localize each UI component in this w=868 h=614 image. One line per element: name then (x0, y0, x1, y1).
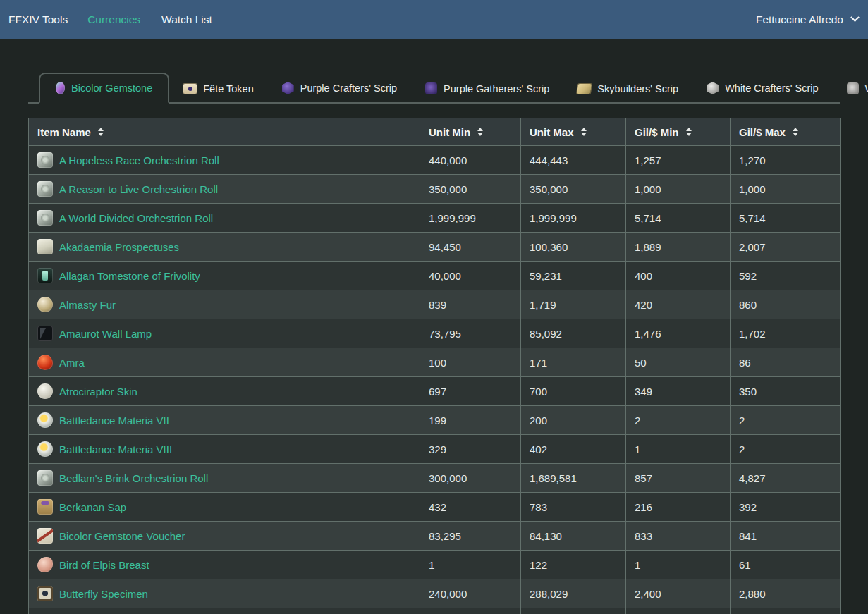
item-link-berkanan-sap[interactable]: Berkanan Sap (59, 501, 126, 513)
column-header-unit-min[interactable]: Unit Min (420, 118, 521, 146)
gil-min-cell: 2 (626, 406, 731, 435)
main-content: Bicolor GemstoneFête TokenPurple Crafter… (0, 73, 868, 614)
gil-max-cell: 4,827 (731, 464, 841, 493)
gil-max-cell: 61 (731, 551, 841, 579)
gil-min-cell: 1 (626, 551, 731, 579)
tab-purple-gatherers-scrip[interactable]: Purple Gatherers' Scrip (411, 75, 563, 102)
tab-f-te-token[interactable]: Fête Token (169, 75, 267, 102)
item-link-bird-of-elpis-breast[interactable]: Bird of Elpis Breast (59, 559, 149, 571)
column-header-inner: Gil/$ Min (635, 126, 721, 138)
currency-items-table: Item NameUnit MinUnit MaxGil/$ MinGil/$ … (28, 118, 841, 614)
token-fete-icon (183, 84, 197, 94)
lamp-icon (37, 326, 53, 341)
unit-max-cell: 85,092 (521, 319, 626, 348)
tab-skybuilders-scrip[interactable]: Skybuilders' Scrip (563, 75, 692, 102)
tab-label: Skybuilders' Scrip (597, 83, 678, 94)
item-name-cell: Battledance Materia VII (29, 406, 420, 435)
brand[interactable]: FFXIV Tools (8, 13, 68, 26)
unit-min-cell: 1,999,999 (420, 204, 521, 233)
gil-max-cell: 841 (731, 522, 841, 551)
sap-icon (37, 499, 53, 515)
unit-max-cell: 122 (521, 551, 626, 579)
unit-max-cell: 402 (521, 435, 626, 464)
sort-icon[interactable] (581, 128, 587, 136)
currency-tabs: Bicolor GemstoneFête TokenPurple Crafter… (28, 73, 840, 104)
butterfly-icon (37, 586, 53, 601)
sort-icon[interactable] (477, 128, 483, 136)
unit-min-cell: 94,450 (420, 233, 521, 262)
nav-left: FFXIV Tools CurrenciesWatch List (8, 13, 233, 26)
tab-white-gatherers-scrip[interactable]: White Gatherers' Scrip (833, 75, 868, 102)
item-link-bedlam-s-brink-orchestrion-roll[interactable]: Bedlam's Brink Orchestrion Roll (59, 472, 208, 484)
gil-min-cell: 216 (626, 493, 731, 522)
item-link-a-reason-to-live-orchestrion-roll[interactable]: A Reason to Live Orchestrion Roll (59, 183, 218, 195)
item-link-amaurot-wall-lamp[interactable]: Amaurot Wall Lamp (59, 328, 152, 340)
item-name-cell: Allagan Tomestone of Frivolity (29, 262, 420, 290)
meat-icon (37, 557, 53, 572)
item-link-battledance-materia-vii[interactable]: Battledance Materia VII (59, 415, 169, 426)
item-name-wrap: Bedlam's Brink Orchestrion Roll (37, 470, 411, 486)
table-row: Battledance Materia VIII32940212 (29, 435, 841, 464)
item-link-atrociraptor-skin[interactable]: Atrociraptor Skin (59, 386, 137, 398)
item-name-cell: Amra (29, 348, 420, 377)
column-header-inner: Unit Min (429, 126, 512, 138)
item-link-a-hopeless-race-orchestrion-roll[interactable]: A Hopeless Race Orchestrion Roll (59, 154, 219, 166)
gil-max-cell: 2 (731, 435, 841, 464)
item-link-butterfly-specimen[interactable]: Butterfly Specimen (59, 588, 148, 600)
nav-item-currencies[interactable]: Currencies (87, 13, 140, 25)
gil-max-cell: 5,000 (731, 608, 841, 614)
item-name-cell: Akadaemia Prospectuses (29, 233, 420, 262)
item-link-bicolor-gemstone-voucher[interactable]: Bicolor Gemstone Voucher (59, 530, 185, 542)
item-name-cell: Amaurot Wall Lamp (29, 319, 420, 348)
item-name-cell: Bird of Elpis Breast (29, 551, 420, 579)
gil-min-cell: 1,257 (626, 146, 731, 175)
table-row: A World Divided Orchestrion Roll1,999,99… (29, 204, 841, 233)
item-name-wrap: A World Divided Orchestrion Roll (37, 210, 411, 226)
item-link-akadaemia-prospectuses[interactable]: Akadaemia Prospectuses (59, 241, 179, 253)
orchestrion-roll-icon (37, 181, 53, 197)
unit-max-cell: 84,130 (521, 522, 626, 551)
nav-item-watch-list[interactable]: Watch List (161, 13, 212, 25)
unit-max-cell: 200 (521, 406, 626, 435)
sort-icon[interactable] (98, 128, 104, 136)
item-name-cell: Battledance Materia VIII (29, 435, 420, 464)
item-link-amra[interactable]: Amra (59, 357, 85, 369)
scrip-purple-square-icon (425, 82, 437, 94)
tab-purple-crafters-scrip[interactable]: Purple Crafters' Scrip (268, 74, 411, 102)
gil-min-cell: 400 (626, 262, 731, 290)
gem-bicolor-icon (56, 82, 65, 94)
unit-min-cell: 839 (420, 290, 521, 319)
table-row: Amaurot Wall Lamp73,79585,0921,4761,702 (29, 319, 841, 348)
column-header-gil-min[interactable]: Gil/$ Min (626, 118, 731, 146)
item-link-allagan-tomestone-of-frivolity[interactable]: Allagan Tomestone of Frivolity (59, 270, 200, 282)
item-name-wrap: Atrociraptor Skin (37, 383, 411, 399)
unit-min-cell: 350,000 (420, 175, 521, 204)
tab-label: Fête Token (203, 83, 253, 94)
column-header-inner: Gil/$ Max (739, 126, 831, 138)
table-row: Amra1001715086 (29, 348, 841, 377)
user-menu[interactable]: Fettuccine Alfredo (756, 13, 858, 26)
tab-white-crafters-scrip[interactable]: White Crafters' Scrip (692, 74, 833, 102)
column-label: Unit Min (429, 126, 470, 138)
column-header-unit-max[interactable]: Unit Max (521, 118, 626, 146)
column-label: Gil/$ Min (635, 126, 679, 138)
unit-max-cell: 1,689,581 (521, 464, 626, 493)
table-row: Bird of Elpis Breast1122161 (29, 551, 841, 579)
unit-min-cell: 329 (420, 435, 521, 464)
tab-bicolor-gemstone[interactable]: Bicolor Gemstone (39, 73, 169, 104)
unit-min-cell: 240,000 (420, 579, 521, 608)
item-link-battledance-materia-viii[interactable]: Battledance Materia VIII (59, 443, 172, 455)
unit-max-cell: 444,443 (521, 146, 626, 175)
sort-icon[interactable] (686, 128, 692, 136)
item-link-a-world-divided-orchestrion-roll[interactable]: A World Divided Orchestrion Roll (59, 212, 213, 224)
gil-min-cell: 1,889 (626, 233, 731, 262)
column-header-item-name[interactable]: Item Name (29, 118, 420, 146)
unit-max-cell: 350,000 (521, 175, 626, 204)
item-link-almasty-fur[interactable]: Almasty Fur (59, 299, 116, 311)
materia-icon (37, 441, 53, 457)
column-header-gil-max[interactable]: Gil/$ Max (731, 118, 841, 146)
unit-max-cell: 100,360 (521, 233, 626, 262)
unit-max-cell: 783 (521, 493, 626, 522)
sort-icon[interactable] (793, 128, 798, 136)
column-label: Gil/$ Max (739, 126, 786, 138)
